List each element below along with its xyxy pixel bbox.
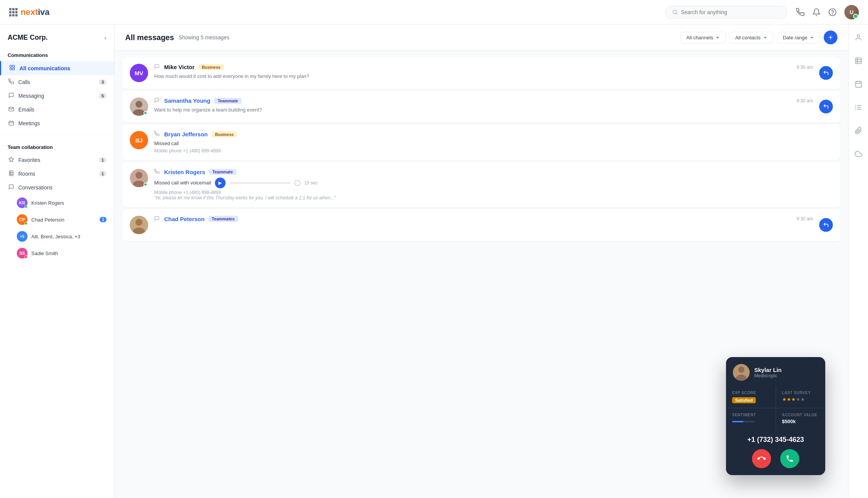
add-button[interactable]: +	[824, 31, 837, 44]
grid-icon	[9, 8, 18, 16]
account-value-label: ACCOUNT VALUE	[782, 413, 820, 417]
sentiment-cell: SENTIMENT	[726, 408, 776, 430]
sidebar-item-rooms[interactable]: Rooms 1	[0, 167, 114, 181]
nav-icons: U	[796, 5, 859, 19]
search-input[interactable]	[681, 9, 780, 15]
message-card-kristen-rogers: Kristen Rogers Teammate Missed call with…	[122, 162, 841, 207]
conversations-label: Conversations	[18, 184, 53, 191]
communications-section-title: Communications	[0, 48, 114, 61]
subitem-alli-brent-group[interactable]: +5 Alli, Brent, Jessica, +3	[0, 228, 114, 245]
end-call-button[interactable]	[752, 449, 771, 468]
chad-peterson-avatar: CP	[17, 214, 27, 225]
svg-rect-12	[9, 171, 13, 176]
kristen-rogers-avatar: KR	[17, 197, 27, 208]
date-filter-button[interactable]: Date range	[777, 32, 820, 44]
kristen-rogers-tag: Teammate	[209, 169, 237, 175]
user-avatar[interactable]: U	[844, 5, 859, 19]
rooms-badge: 1	[99, 171, 106, 176]
subitem-sadie-smith[interactable]: SS Sadie Smith	[0, 245, 114, 262]
rooms-icon	[8, 170, 15, 177]
meetings-label: Meetings	[18, 120, 40, 126]
content-header: All messages Showing 5 messages All chan…	[115, 24, 848, 51]
list-icon-button[interactable]	[852, 100, 865, 116]
popup-contact-name: Skylar Lin	[754, 367, 782, 373]
svg-rect-35	[855, 81, 861, 87]
chad-peterson-body: Chad Peterson Teammates 9:30 am	[154, 216, 813, 225]
account-value-cell: ACCOUNT VALUE $500k	[776, 408, 826, 430]
calendar-icon-button[interactable]	[852, 77, 865, 93]
conversations-icon	[8, 184, 15, 191]
kristen-rogers-avatar-msg	[130, 169, 148, 187]
sidebar-item-calls[interactable]: Calls 3	[0, 75, 114, 89]
rooms-label: Rooms	[18, 171, 35, 177]
last-survey-label: LAST SURVEY	[782, 391, 820, 395]
chad-peterson-avatar-msg	[130, 216, 148, 234]
exp-score-cell: EXP SCORE Satisfied	[726, 386, 776, 408]
cloud-icon-button[interactable]	[852, 147, 865, 163]
bell-icon-button[interactable]	[812, 8, 821, 16]
samantha-young-name: Samantha Young	[164, 97, 210, 104]
samantha-young-body: Samantha Young Teammate 9:30 am Want to …	[154, 97, 813, 114]
collapse-sidebar-button[interactable]: ‹	[105, 34, 106, 41]
contacts-filter-button[interactable]: All contacts	[729, 32, 773, 44]
chat-type-icon-3	[154, 216, 160, 222]
channels-filter-button[interactable]: All channels	[681, 32, 726, 44]
play-audio-button[interactable]: ▶	[215, 178, 226, 188]
sidebar: ACME Corp. ‹ Communications All communic…	[0, 24, 115, 498]
emails-label: Emails	[18, 107, 34, 113]
samantha-young-reply-button[interactable]	[819, 100, 833, 113]
audio-progress-bar	[229, 182, 290, 184]
sidebar-item-conversations[interactable]: Conversations	[0, 181, 114, 194]
sidebar-divider	[0, 135, 114, 135]
top-navigation: nextiva U	[0, 0, 868, 24]
message-card-mike-victor: MV Mike Victor Business 9:30 am How much…	[122, 57, 841, 89]
phone-icon-button[interactable]	[796, 8, 805, 16]
bryan-jefferson-name: Bryan Jefferson	[164, 131, 208, 137]
samantha-young-avatar	[130, 97, 148, 116]
popup-avatar	[733, 364, 750, 381]
subitem-chad-peterson[interactable]: CP Chad Peterson 1	[0, 211, 114, 228]
paperclip-icon-button[interactable]	[852, 124, 865, 139]
message-card-chad-peterson: Chad Peterson Teammates 9:30 am	[122, 209, 841, 241]
svg-point-20	[136, 172, 142, 179]
exp-score-value: Satisfied	[732, 397, 756, 403]
search-bar[interactable]	[665, 6, 787, 19]
svg-rect-4	[10, 65, 12, 67]
all-comms-icon	[9, 65, 16, 72]
sentiment-value	[732, 419, 770, 426]
mike-victor-reply-button[interactable]	[819, 66, 833, 80]
sidebar-item-emails[interactable]: Emails	[0, 103, 114, 116]
mike-victor-time: 9:30 am	[797, 65, 813, 70]
bryan-jefferson-avatar: BJ	[130, 131, 148, 149]
calls-label: Calls	[18, 79, 30, 85]
account-value: $500k	[782, 419, 820, 424]
filter-group: All channels All contacts Date range +	[681, 31, 837, 44]
chad-peterson-reply-button[interactable]	[819, 218, 833, 232]
kristen-rogers-quote: "Hi, please let me know if this Thursday…	[154, 195, 833, 200]
sidebar-item-messaging[interactable]: Messaging 5	[0, 89, 114, 103]
popup-header: Skylar Lin Mediscopic	[726, 357, 825, 386]
svg-rect-31	[855, 58, 861, 64]
logo: nextiva	[9, 7, 50, 17]
chad-peterson-time: 9:30 am	[797, 216, 813, 222]
svg-rect-5	[13, 65, 15, 67]
accept-call-button[interactable]	[780, 449, 799, 468]
popup-footer: +1 (732) 345-4623	[726, 430, 825, 475]
building-icon-button[interactable]	[852, 54, 865, 70]
svg-rect-6	[10, 68, 12, 70]
meetings-icon	[8, 120, 15, 127]
last-survey-stars: ★★★★★	[782, 396, 820, 402]
chad-peterson-badge: 1	[100, 217, 106, 222]
sidebar-item-meetings[interactable]: Meetings	[0, 116, 114, 130]
subitem-kristen-rogers[interactable]: KR Kristen Rogers	[0, 194, 114, 211]
popup-company: Mediscopic	[754, 373, 782, 378]
person-icon-button[interactable]	[852, 31, 865, 46]
group-avatar: +5	[17, 231, 27, 242]
favorites-label: Favorites	[18, 157, 40, 163]
mike-victor-name: Mike Victor	[164, 64, 195, 70]
favorites-icon	[8, 157, 15, 163]
sidebar-item-favorites[interactable]: Favorites 1	[0, 153, 114, 167]
sidebar-item-all-communications[interactable]: All communications	[0, 61, 114, 75]
phone-type-icon	[154, 131, 160, 137]
help-icon-button[interactable]	[828, 8, 837, 16]
